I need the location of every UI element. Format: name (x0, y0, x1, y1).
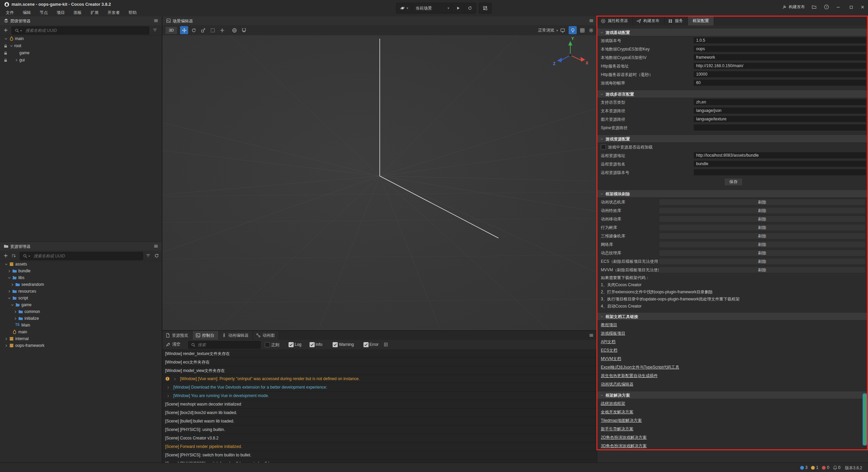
mode-3d-button[interactable]: 3D (165, 26, 177, 34)
log-count-icon[interactable] (800, 466, 804, 470)
add-node-icon[interactable] (3, 28, 8, 33)
asset-node[interactable]: game (0, 301, 162, 308)
asset-node[interactable]: resources (0, 288, 162, 295)
remove-module-button[interactable]: 剔除 (659, 258, 866, 265)
field-input[interactable]: bundle (694, 161, 866, 167)
remove-module-button[interactable]: 剔除 (659, 224, 866, 231)
asset-node[interactable]: bundle (0, 268, 162, 274)
field-input[interactable]: language/json (694, 107, 866, 114)
asset-filter-icon[interactable] (146, 253, 151, 258)
minimize-button[interactable] (833, 3, 843, 11)
rect-tool-button[interactable] (209, 26, 217, 34)
doc-link[interactable]: ECS文档 (601, 348, 617, 353)
scene-settings-button[interactable] (587, 26, 595, 34)
inspector-tab[interactable]: 构建发布 (633, 16, 665, 25)
refresh-icon[interactable] (154, 253, 159, 258)
field-input[interactable]: framework (694, 54, 866, 60)
doc-link[interactable]: 全栈开发解决方案 (601, 409, 633, 415)
asset-node[interactable]: main (0, 329, 162, 335)
menu-item[interactable]: 面板 (69, 9, 86, 16)
log-row[interactable]: [Window] render_texture文件夹存在 (162, 349, 597, 358)
menu-item[interactable]: 文件 (1, 9, 18, 16)
sort-icon[interactable] (11, 253, 16, 258)
field-input[interactable]: 60 (694, 80, 866, 86)
doc-link[interactable]: 2D角色扮演游戏解决方案 (601, 435, 647, 440)
filter-checkbox[interactable] (363, 342, 369, 347)
project-folder-icon[interactable] (812, 5, 816, 9)
titlebar-build-button[interactable]: 构建发布 (782, 4, 805, 10)
doc-link[interactable]: API文档 (601, 339, 615, 345)
filter-checkbox[interactable] (333, 342, 338, 347)
doc-link[interactable]: 动画状态机编辑器 (601, 381, 633, 387)
log-row[interactable]: [Scene] Forward render pipeline initiali… (162, 442, 597, 451)
menu-item[interactable]: 开发者 (103, 9, 124, 16)
field-input[interactable] (694, 169, 866, 175)
menu-item[interactable]: 编辑 (18, 9, 35, 16)
save-button[interactable]: 保存 (724, 178, 743, 186)
log-row[interactable]: [Scene] [box2d]:box2d wasm lib loaded. (162, 409, 597, 417)
remove-module-button[interactable]: 剔除 (659, 250, 866, 256)
menu-item[interactable]: 项目 (52, 9, 69, 16)
move-tool-button[interactable] (180, 26, 188, 34)
asset-node[interactable]: oops-framework (0, 342, 162, 349)
field-input[interactable]: http://localhost:8083/assets/bundle (694, 152, 866, 158)
asset-node[interactable]: TSMain (0, 322, 162, 329)
asset-node[interactable]: seedrandom (0, 281, 162, 288)
hierarchy-node[interactable]: game (0, 50, 162, 57)
field-input[interactable]: 10000 (694, 71, 866, 77)
world-local-toggle[interactable] (230, 26, 238, 34)
filter-checkbox[interactable] (310, 342, 315, 347)
section-header[interactable]: 游戏多语言配置 (597, 90, 868, 98)
log-row[interactable]: [Window] model_view文件夹存在 (162, 366, 597, 375)
log-row[interactable]: [Window] Download the Vue Devtools exten… (162, 383, 597, 392)
hierarchy-node[interactable]: gui (0, 57, 162, 64)
filter-checkbox[interactable] (289, 342, 294, 347)
log-row[interactable]: [Window] You are running Vue in developm… (162, 392, 597, 400)
section-header[interactable]: 框架模块剔除 (597, 190, 868, 198)
regex-checkbox[interactable] (265, 342, 270, 347)
maximize-button[interactable] (846, 3, 856, 11)
asset-node[interactable]: assets (0, 261, 162, 268)
asset-node[interactable]: script (0, 295, 162, 301)
scale-tool-button[interactable] (199, 26, 207, 34)
log-row[interactable]: [Scene] [bullet]:bullet wasm lib loaded. (162, 417, 597, 426)
field-input[interactable]: 1.0.5 (694, 37, 866, 43)
remove-module-button[interactable]: 剔除 (659, 216, 866, 222)
remove-module-button[interactable]: 剔除 (659, 233, 866, 239)
asset-node[interactable]: libs (0, 274, 162, 281)
field-input[interactable]: zh,en (694, 99, 866, 105)
assets-search-input[interactable]: ▾ 搜索名称或 UUID (20, 252, 143, 260)
panel-menu-icon[interactable] (589, 18, 594, 23)
panel-menu-icon[interactable] (154, 18, 158, 23)
field-input[interactable] (694, 124, 866, 131)
rotate-tool-button[interactable] (190, 26, 198, 34)
menu-item[interactable]: 扩展 (86, 9, 103, 16)
snap-toggle[interactable] (240, 26, 248, 34)
error-count-icon[interactable] (822, 466, 826, 470)
light-toggle[interactable] (569, 26, 577, 34)
section-header[interactable]: 框架解决方案 (597, 391, 868, 399)
inspector-tab[interactable]: 框架配置 (688, 16, 714, 25)
clear-console-button[interactable]: 清空 (166, 341, 180, 347)
hierarchy-node[interactable]: root (0, 42, 162, 50)
pivot-tool-button[interactable] (218, 26, 226, 34)
remove-module-button[interactable]: 剔除 (659, 267, 866, 273)
section-header[interactable]: 游戏基础配置 (597, 28, 868, 36)
doc-link[interactable]: 3D角色扮演游戏解决方案 (601, 443, 647, 449)
console-tab[interactable]: 控制台 (193, 331, 219, 340)
help-icon[interactable]: ? (824, 4, 829, 9)
camera-view-button[interactable] (558, 26, 567, 34)
doc-link[interactable]: 教程项目 (601, 322, 617, 328)
inspector-tab[interactable]: 属性检查器 (597, 16, 633, 25)
log-row[interactable]: [Scene] Cocos Creator v3.8.2 (162, 434, 597, 442)
doc-link[interactable]: Excel格式转Json文件与TypeScript代码工具 (601, 365, 679, 370)
doc-link[interactable]: 游戏模板项目 (601, 331, 625, 336)
panel-menu-icon[interactable] (589, 333, 594, 338)
remote-load-checkbox[interactable] (601, 144, 606, 150)
play-button[interactable] (452, 3, 464, 13)
bell-icon[interactable] (833, 465, 837, 470)
log-row[interactable]: [Window] ecs文件夹存在 (162, 358, 597, 366)
asset-node[interactable]: common (0, 308, 162, 315)
doc-link[interactable]: 原生包热更新配置自动生成插件 (601, 373, 658, 379)
doc-link[interactable]: MVVM文档 (601, 356, 621, 362)
